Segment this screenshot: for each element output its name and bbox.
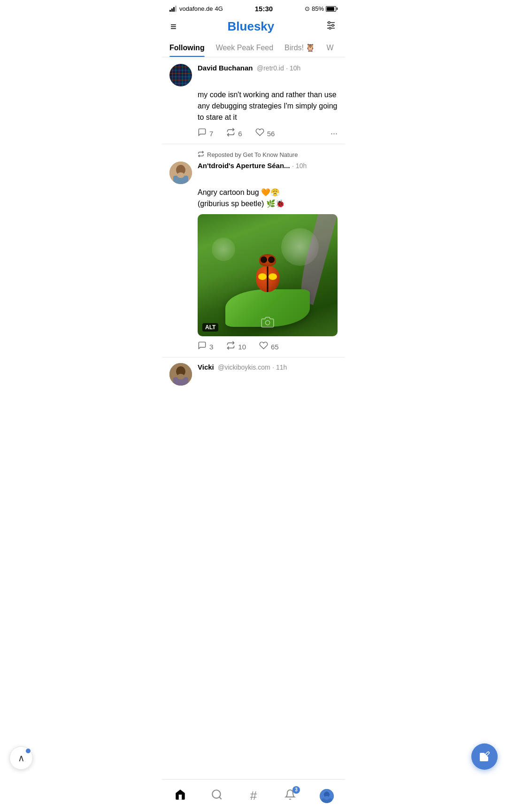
- post-3-time: · 11h: [272, 363, 287, 371]
- like-icon-2: [259, 341, 268, 352]
- post-1-actions: 7 6 56: [198, 128, 338, 139]
- post-1-time: · 10h: [286, 64, 300, 72]
- app-header: ≡ Bluesky: [162, 15, 345, 39]
- repost-count-2: 10: [238, 343, 246, 351]
- menu-button[interactable]: ≡: [170, 21, 177, 33]
- svg-point-15: [212, 790, 220, 798]
- like-count-2: 65: [271, 343, 279, 351]
- like-count-1: 56: [267, 130, 275, 138]
- reply-icon-1: [198, 128, 207, 139]
- post-3-partial: Vicki @vickiboykis.com · 11h: [162, 357, 345, 386]
- svg-point-20: [324, 796, 329, 800]
- status-right: ⊙ 85%: [305, 5, 338, 12]
- repost-indicator: Reposted by Get To Know Nature: [198, 151, 338, 159]
- nav-notifications[interactable]: 3: [278, 784, 302, 808]
- camera-icon: [261, 316, 274, 332]
- network-type: 4G: [215, 5, 223, 12]
- reply-count-2: 3: [209, 343, 213, 351]
- status-bar: vodafone.de 4G 15:30 ⊙ 85%: [162, 0, 345, 15]
- post-3-meta: Vicki @vickiboykis.com · 11h: [198, 363, 338, 371]
- bottom-nav: # 3: [162, 779, 345, 812]
- home-icon: [174, 789, 186, 804]
- post-2-content: Angry cartoon bug 🧡😤 (griburius sp beetl…: [198, 187, 338, 209]
- avatar-antdroid[interactable]: [169, 162, 192, 184]
- carrier-text: vodafone.de: [179, 5, 213, 12]
- post-1-header: David Buchanan @retr0.id · 10h: [169, 64, 338, 86]
- post-2-author[interactable]: An'tdroid's Aperture Séan...: [198, 162, 290, 170]
- location-icon: ⊙: [305, 5, 310, 12]
- svg-point-9: [177, 172, 184, 178]
- repost-icon-1: [226, 128, 235, 139]
- like-button-2[interactable]: 65: [259, 341, 279, 352]
- battery-pct: 85%: [312, 5, 324, 12]
- nav-profile[interactable]: [315, 784, 338, 808]
- tab-following[interactable]: Following: [169, 39, 205, 57]
- nav-search[interactable]: [205, 784, 229, 808]
- post-2-header: An'tdroid's Aperture Séan... · 10h: [169, 162, 338, 184]
- tab-week-peak[interactable]: Week Peak Feed: [216, 39, 273, 57]
- svg-point-5: [329, 27, 331, 29]
- post-2-image: ALT: [198, 214, 338, 336]
- app-title: Bluesky: [228, 19, 275, 34]
- like-button-1[interactable]: 56: [255, 128, 275, 139]
- status-time: 15:30: [255, 5, 273, 13]
- post-1-content: my code isn't working and rather than us…: [198, 89, 338, 123]
- avatar-david[interactable]: [169, 64, 192, 86]
- reply-count-1: 7: [209, 130, 213, 138]
- post-1: David Buchanan @retr0.id · 10h my code i…: [162, 57, 345, 144]
- feed: David Buchanan @retr0.id · 10h my code i…: [162, 57, 345, 426]
- svg-point-3: [328, 22, 330, 23]
- status-left: vodafone.de 4G: [169, 5, 223, 12]
- like-icon-1: [255, 128, 264, 139]
- feed-tabs: Following Week Peak Feed Birds! 🦉 W: [162, 39, 345, 57]
- repost-count-1: 6: [238, 130, 242, 138]
- post-2: Reposted by Get To Know Nature An'tdroid…: [162, 144, 345, 357]
- repost-button-2[interactable]: 10: [226, 341, 246, 352]
- post-1-meta: David Buchanan @retr0.id · 10h: [198, 64, 338, 72]
- repost-button-1[interactable]: 6: [226, 128, 242, 139]
- profile-avatar: [320, 789, 334, 803]
- filter-button[interactable]: [325, 20, 337, 34]
- svg-point-4: [332, 24, 334, 26]
- repost-icon-2: [226, 341, 235, 352]
- post-2-time: · 10h: [292, 162, 307, 170]
- repost-by-text: Reposted by Get To Know Nature: [207, 151, 298, 158]
- search-icon: [211, 789, 223, 804]
- notification-badge: 3: [292, 786, 300, 794]
- repost-icon: [198, 151, 204, 159]
- tab-w[interactable]: W: [326, 39, 333, 57]
- svg-line-16: [219, 797, 222, 799]
- reply-button-2[interactable]: 3: [198, 341, 213, 352]
- post-3-handle: @vickiboykis.com: [218, 363, 270, 371]
- reply-button-1[interactable]: 7: [198, 128, 213, 139]
- post-3-author[interactable]: Vicki: [198, 363, 214, 371]
- hashtag-icon: #: [250, 789, 257, 803]
- more-button-1[interactable]: ···: [330, 129, 338, 139]
- post-2-meta: An'tdroid's Aperture Séan... · 10h: [198, 162, 338, 170]
- signal-icon: [169, 6, 177, 12]
- avatar-vicki[interactable]: [169, 363, 192, 386]
- post-1-handle[interactable]: @retr0.id: [257, 64, 284, 72]
- battery-icon: [326, 6, 338, 12]
- post-1-author[interactable]: David Buchanan: [198, 64, 253, 72]
- nav-home[interactable]: [169, 784, 192, 808]
- svg-point-10: [265, 321, 269, 325]
- beetle-illustration: [251, 254, 284, 289]
- alt-badge[interactable]: ALT: [202, 323, 218, 332]
- nav-hashtag[interactable]: #: [242, 784, 265, 808]
- post-3-header: Vicki @vickiboykis.com · 11h: [169, 363, 338, 386]
- post-2-actions: 3 10 65: [198, 341, 338, 352]
- reply-icon-2: [198, 341, 207, 352]
- post-2-image-container[interactable]: ALT: [198, 214, 338, 336]
- tab-birds[interactable]: Birds! 🦉: [284, 39, 315, 57]
- svg-point-14: [177, 374, 184, 379]
